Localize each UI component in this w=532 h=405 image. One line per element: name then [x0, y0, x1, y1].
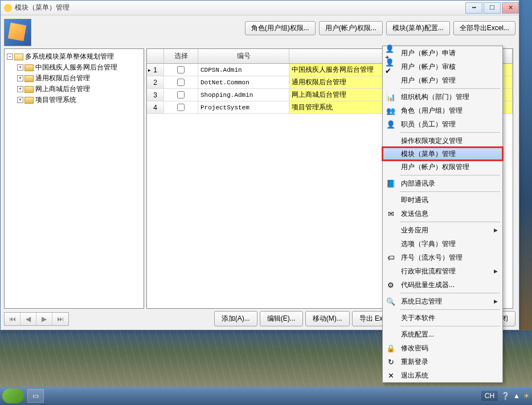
menu-separator	[400, 88, 500, 89]
ime-indicator[interactable]: CH	[481, 391, 498, 401]
menu-item[interactable]: 👤职员（员工）管理	[383, 117, 502, 131]
select-cell	[164, 101, 198, 113]
select-column-header[interactable]: 选择	[164, 49, 198, 63]
menu-item-label: 选项（字典）管理	[401, 239, 498, 249]
row-checkbox[interactable]	[177, 91, 185, 99]
tree-root[interactable]: − 多系统模块菜单整体规划管理	[7, 51, 141, 62]
titlebar[interactable]: 模块（菜单）管理 ━ ☐ ✕	[1, 1, 519, 15]
menu-item-label: 关于本软件	[401, 313, 498, 323]
context-menu[interactable]: 👤+用户（帐户）申请👤✔用户（帐户）审核用户（帐户）管理📊组织机构（部门）管理👥…	[382, 46, 503, 383]
menu-item-label: 角色（用户组）管理	[401, 106, 498, 116]
menu-item-label: 用户（帐户）管理	[401, 76, 498, 85]
menu-item[interactable]: ⚙代码批量生成器...	[383, 278, 502, 292]
row-checkbox[interactable]	[177, 104, 185, 111]
menu-item[interactable]: 👤+用户（帐户）申请	[383, 46, 502, 60]
menu-item[interactable]: 即时通讯	[383, 193, 502, 207]
close-button[interactable]: ✕	[502, 2, 519, 14]
menu-item-label: 代码批量生成器...	[401, 280, 498, 290]
menu-item[interactable]: 👥角色（用户组）管理	[383, 104, 502, 117]
move-button[interactable]: 移动(M)...	[305, 311, 350, 326]
menu-item-label: 业务应用	[401, 226, 494, 235]
menu-item[interactable]: 🔍系统日志管理▶	[383, 294, 502, 308]
menu-item[interactable]: 🔒修改密码	[383, 341, 502, 355]
folder-icon	[24, 86, 34, 93]
menu-item[interactable]: 用户（帐户）权限管理	[383, 160, 502, 174]
menu-item-icon	[385, 329, 396, 340]
tree-item[interactable]: +项目管理系统	[7, 95, 141, 105]
select-cell	[164, 76, 198, 88]
submenu-arrow-icon: ▶	[494, 268, 498, 274]
tree-item[interactable]: +网上商城后台管理	[7, 84, 141, 95]
menu-item[interactable]: 关于本软件	[383, 311, 502, 325]
menu-item[interactable]: 📘内部通讯录	[383, 177, 502, 190]
menu-item-icon: 👤✔	[385, 61, 396, 72]
menu-item[interactable]: 业务应用▶	[383, 223, 502, 237]
export-excel-button[interactable]: 全部导出Excel...	[453, 21, 515, 35]
menu-item-label: 重新登录	[401, 357, 498, 367]
module-tree[interactable]: − 多系统模块菜单整体规划管理 +中国残疾人服务网后台管理+通用权限后台管理+网…	[4, 48, 144, 309]
start-button[interactable]	[2, 388, 24, 403]
expand-icon[interactable]: +	[17, 75, 23, 81]
module-config-button[interactable]: 模块(菜单)配置...	[386, 21, 450, 35]
collapse-icon[interactable]: −	[7, 54, 13, 60]
nav-first-button[interactable]: ⏮	[5, 313, 21, 325]
edit-button[interactable]: 编辑(E)...	[260, 311, 303, 326]
code-column-header[interactable]: 编号	[198, 49, 289, 63]
user-permission-button[interactable]: 用户(帐户)权限...	[319, 21, 383, 35]
nav-prev-button[interactable]: ◀	[21, 313, 36, 325]
tray-icon[interactable]: ▲	[513, 392, 520, 400]
menu-item[interactable]: 选项（字典）管理	[383, 237, 502, 251]
nav-last-button[interactable]: ⏭	[52, 313, 68, 325]
row-checkbox[interactable]	[177, 66, 185, 73]
row-number-cell: 3	[147, 89, 164, 101]
role-permission-button[interactable]: 角色(用户组)权限...	[245, 21, 316, 35]
menu-item[interactable]: 操作权限项定义管理	[383, 134, 502, 148]
menu-item[interactable]: 模块（菜单）管理	[382, 147, 503, 161]
menu-item[interactable]: ✕退出系统	[383, 369, 502, 382]
toolbar: 角色(用户组)权限... 用户(帐户)权限... 模块(菜单)配置... 全部导…	[36, 19, 515, 38]
menu-item-icon: ⚙	[385, 279, 396, 291]
menu-item-label: 修改密码	[401, 343, 498, 353]
menu-item[interactable]: 👤✔用户（帐户）审核	[383, 60, 502, 73]
taskbar[interactable]: ▭ CH ❔ ▲ ☀	[0, 387, 532, 405]
menu-item[interactable]: 行政审批流程管理▶	[383, 264, 502, 278]
menu-item[interactable]: 用户（帐户）管理	[383, 73, 502, 87]
menu-item[interactable]: 系统配置...	[383, 328, 502, 341]
code-cell: CDPSN.Admin	[198, 64, 289, 76]
select-cell	[164, 89, 198, 101]
minimize-button[interactable]: ━	[465, 2, 482, 14]
row-checkbox[interactable]	[177, 79, 185, 86]
tree-item[interactable]: +通用权限后台管理	[7, 73, 141, 84]
menu-item[interactable]: 📊组织机构（部门）管理	[383, 90, 502, 104]
add-button[interactable]: 添加(A)...	[214, 311, 257, 326]
menu-item-label: 用户（帐户）审核	[401, 62, 498, 72]
menu-item-label: 发送信息	[401, 209, 498, 219]
row-number-cell: 1	[147, 64, 164, 76]
tree-item[interactable]: +中国残疾人服务网后台管理	[7, 62, 141, 73]
menu-item-label: 用户（帐户）权限管理	[401, 162, 498, 172]
expand-icon[interactable]: +	[17, 64, 23, 71]
menu-item-icon: 👤+	[385, 47, 396, 59]
maximize-button[interactable]: ☐	[484, 2, 501, 14]
menu-item-icon: 👥	[385, 105, 396, 116]
expand-icon[interactable]: +	[17, 86, 23, 92]
menu-item[interactable]: ✉发送信息	[383, 207, 502, 220]
menu-separator	[400, 309, 500, 310]
menu-item-icon: ↻	[385, 356, 396, 367]
menu-item-icon: 🔒	[385, 342, 396, 354]
folder-icon	[24, 64, 34, 71]
menu-item[interactable]: 🏷序号（流水号）管理	[383, 251, 502, 264]
menu-item-icon	[385, 312, 396, 324]
notification-icon[interactable]: ☀	[523, 392, 530, 400]
menu-item-label: 系统配置...	[401, 330, 498, 339]
menu-item-label: 操作权限项定义管理	[401, 136, 498, 146]
menu-item[interactable]: ↻重新登录	[383, 355, 502, 369]
window-title: 模块（菜单）管理	[15, 3, 464, 13]
help-icon[interactable]: ❔	[501, 392, 510, 400]
record-navigator: ⏮ ◀ ▶ ⏭	[4, 312, 69, 326]
nav-next-button[interactable]: ▶	[36, 313, 52, 325]
taskbar-item[interactable]: ▭	[27, 389, 44, 403]
menu-item-icon: 👤	[385, 118, 396, 130]
expand-icon[interactable]: +	[17, 97, 23, 103]
menu-item-icon	[385, 75, 396, 86]
